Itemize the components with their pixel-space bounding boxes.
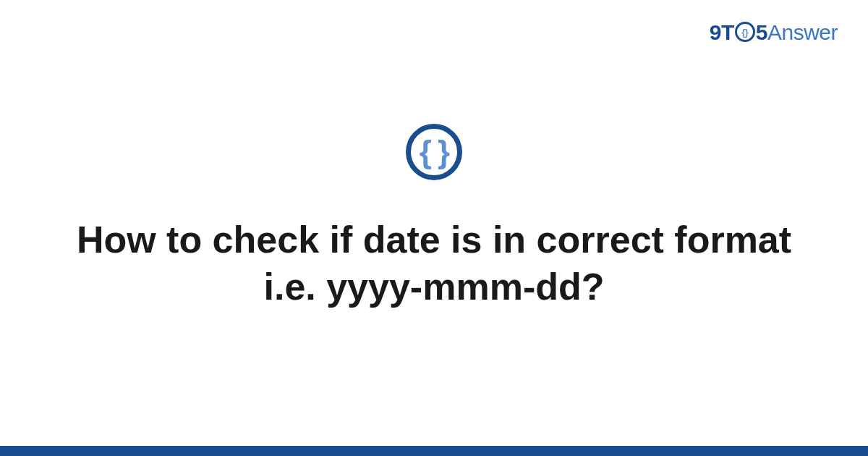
question-title: How to check if date is in correct forma… xyxy=(72,216,796,311)
braces-glyph: { } xyxy=(420,136,448,168)
footer-accent-bar xyxy=(0,446,868,456)
code-braces-icon: { } xyxy=(406,124,462,180)
main-content: { } How to check if date is in correct f… xyxy=(0,0,868,456)
category-icon-wrap: { } xyxy=(406,124,462,180)
